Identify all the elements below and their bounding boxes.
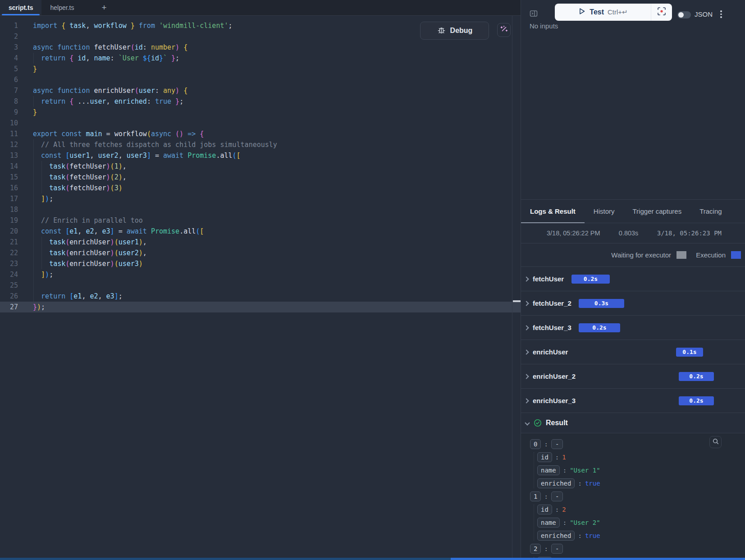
search-icon [712,438,719,447]
result-json-viewer: 0:-id:1name:"User 1"enriched:true1:-id:2… [521,433,745,560]
indent-guide [33,172,34,183]
line-number: 3 [0,42,18,53]
result-json-tree: 0:-id:1name:"User 1"enriched:true1:-id:2… [530,439,736,560]
test-button-group: Test Ctrl+↵ [555,4,672,21]
editor-tab-helper.ts[interactable]: helper.ts [41,0,82,15]
task-name: fetchUser [533,275,564,283]
add-tab-button[interactable]: + [101,0,106,15]
line-number: 15 [0,172,18,183]
code-line-13: 13 const [user1, user2, user3] = await P… [0,150,521,161]
collapse-toggle[interactable]: - [551,439,563,449]
chevron-right-icon[interactable] [524,276,529,281]
play-icon [578,7,586,17]
logs-tab-trigger-captures[interactable]: Trigger captures [624,200,691,223]
json-field-row: enriched:true [537,478,736,488]
json-field-row: enriched:true [537,531,736,541]
json-value: "User 2" [570,519,600,526]
chevron-right-icon[interactable] [524,301,529,306]
indent-guide [33,248,34,258]
test-label: Test [590,8,604,16]
json-key: id [537,505,552,514]
chevron-down-icon[interactable] [525,420,530,425]
task-row-enrichUser_2[interactable]: enrichUser_20.2s [521,364,745,389]
task-name: fetchUser_2 [533,299,571,307]
legend-label: Waiting for executor [611,251,671,259]
collapse-toggle[interactable]: - [551,491,563,501]
capture-button[interactable] [651,4,672,21]
code-line-26: 26 return [e1, e2, e3]; [0,291,521,302]
logs-tab-history[interactable]: History [585,200,624,223]
collapse-toggle[interactable]: - [551,544,563,554]
code-line-8: 8 return { ...user, enriched: true }; [0,96,521,107]
task-row-enrichUser[interactable]: enrichUser0.1s [521,340,745,364]
logs-tab-logs-result[interactable]: Logs & Result [521,200,585,223]
indent-guide [33,96,34,107]
json-field-row: id:2 [537,505,736,514]
code-line-7: 7async function enrichUser(user: any) { [0,85,521,96]
duration-bar[interactable]: 0.2s [679,372,714,381]
json-index: 1 [530,491,541,501]
success-check-icon [534,419,542,427]
editor-scrollbar-marker[interactable] [513,300,521,302]
debug-label: Debug [450,27,473,35]
line-number: 4 [0,53,18,64]
duration-bar[interactable]: 0.3s [579,299,624,308]
duration-bar[interactable]: 0.2s [579,323,620,332]
task-row-fetchUser_3[interactable]: fetchUser_30.2s [521,316,745,340]
debug-button[interactable]: Debug [420,22,489,40]
chevron-right-icon[interactable] [524,374,529,379]
task-row-fetchUser_2[interactable]: fetchUser_20.3s [521,291,745,316]
chevron-right-icon[interactable] [524,398,529,403]
code-line-12: 12 // All three fetches dispatch as chil… [0,139,521,150]
json-toggle[interactable] [677,11,691,18]
chevron-right-icon[interactable] [524,349,529,354]
code-line-9: 9} [0,107,521,118]
task-row-enrichUser_3[interactable]: enrichUser_30.2s [521,389,745,413]
json-value: 2 [562,506,566,513]
line-number: 20 [0,226,18,237]
line-number: 1 [0,20,18,31]
duration-bar[interactable]: 0.1s [676,348,703,357]
json-field-row: name:"User 1" [537,465,736,475]
search-result-button[interactable] [709,436,722,448]
line-number: 24 [0,269,18,280]
line-number: 19 [0,215,18,226]
duration-bar[interactable]: 0.2s [571,275,610,284]
code-line-10: 10 [0,118,521,129]
duration-bar[interactable]: 0.2s [679,396,714,405]
indent-guide [33,258,34,269]
json-array-index-row: 1:- [530,491,736,501]
editor-tab-script.ts[interactable]: script.ts [0,0,41,15]
json-field-row: name:"User 2" [537,518,736,528]
line-number: 9 [0,107,18,118]
line-number: 18 [0,204,18,215]
result-row[interactable]: Result [521,413,745,433]
code-line-15: 15 task(fetchUser)(2), [0,172,521,183]
task-row-fetchUser[interactable]: fetchUser0.2s [521,267,745,291]
json-array-index-row: 2:- [530,544,736,554]
test-button[interactable]: Test Ctrl+↵ [555,4,651,21]
json-value: true [585,480,600,487]
scope-icon [657,6,667,18]
line-number: 17 [0,193,18,204]
json-key: name [537,518,560,528]
indent-guide [33,280,34,291]
indent-guide [41,172,42,183]
line-number: 26 [0,291,18,302]
ai-wand-button[interactable] [497,23,511,37]
chevron-right-icon[interactable] [524,325,529,330]
task-name: enrichUser [533,348,568,356]
code-area[interactable]: 1import { task, workflow } from 'windmil… [0,16,521,558]
task-name: enrichUser_2 [533,372,576,380]
line-number: 12 [0,139,18,150]
code-editor-pane[interactable]: 1import { task, workflow } from 'windmil… [0,0,521,560]
run-finished-timestamp: 3/18, 05:26:23 PM [657,230,722,237]
line-number: 10 [0,118,18,129]
logs-tab-tracing[interactable]: Tracing [690,200,731,223]
more-menu-icon[interactable] [718,10,724,18]
line-number: 14 [0,161,18,172]
run-panel: Test Ctrl+↵ JSON No inputs Logs & Result… [521,0,745,560]
no-inputs-text: No inputs [530,22,558,30]
result-label: Result [546,419,568,427]
collapse-panel-icon[interactable] [530,9,538,19]
